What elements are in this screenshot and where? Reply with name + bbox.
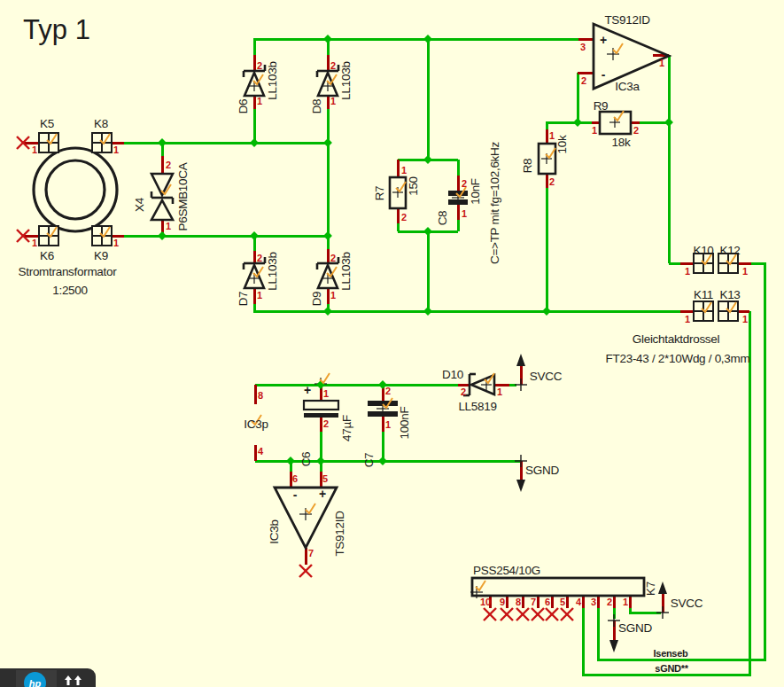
d6-value: LL103b [267,61,279,99]
r9-ref: R9 [594,100,609,113]
ic3a-pin2: 2 [581,76,586,86]
transformer-ratio: 1:2500 [52,285,88,297]
r8-value: 10k [556,136,569,154]
k7-pin6: 6 [545,597,550,607]
r9-pin1: 1 [592,126,597,136]
d8-value: LL103b [340,61,353,99]
resistor-r9 [600,112,631,134]
ic3b-value: TS912ID [334,511,346,556]
c8-pin1: 1 [462,209,467,219]
k7-pin1: 1 [623,597,628,607]
current-transformer [34,148,117,231]
k9-label: K9 [94,250,108,262]
d8-ref: D8 [311,99,323,114]
d6-pin1: 1 [257,97,262,106]
k5-label: K5 [40,118,54,130]
k10-label: K10 [693,245,713,257]
c6-value: 47µF [341,415,353,441]
d9-ref: D9 [311,292,323,307]
transformer-name: Stromtransformator [19,266,117,278]
ic3b-pin6: 6 [292,474,298,484]
c7-pin1: 1 [385,420,391,430]
taskbar: hp [0,668,96,687]
r7-ref: R7 [374,186,386,201]
r8-pin1: 1 [549,131,555,141]
k7-ref: K7 [645,582,657,596]
svcc1-label: SVCC [530,371,562,383]
resistor-r7 [390,177,406,208]
d7-pin1: 1 [257,291,262,301]
k5-pin1: 1 [32,145,37,155]
r7-value: 150 [408,176,420,196]
k6-label: K6 [40,250,54,262]
c7-ref: C7 [363,453,376,468]
k12-pin1: 1 [742,267,748,277]
x4-value: P6SMB10CA [177,163,190,231]
k7-pin4: 4 [576,597,581,607]
isenseb-label: Isenseb [654,649,688,659]
r9-value: 18k [612,137,631,149]
d10-ref: D10 [442,369,463,381]
k13-pin1: 1 [742,315,748,324]
k7-pin7: 7 [531,597,536,607]
k7-pin5: 5 [560,597,565,607]
choke-name: Gleichtaktdrossel [633,333,719,346]
d7-value: LL103b [267,252,279,290]
c6-pin2: 2 [323,419,329,429]
connector-k7 [472,578,644,596]
arrows-icon[interactable] [64,674,83,684]
tvs-x4 [151,174,173,220]
double-up-arrow-icon [64,675,83,686]
c6-plus-sign: + [304,384,311,396]
d10-pin2: 2 [461,387,466,397]
ic3b-pin7: 7 [308,549,314,558]
k7-pin8: 8 [516,597,521,607]
c6-pin1: 1 [323,389,329,399]
sgnd-star-label: sGND** [655,664,687,674]
r8-ref: R8 [522,159,534,174]
sgnd1-label: SGND [525,465,559,477]
k8-label: K8 [94,118,108,130]
ic3a-plus-sign: + [600,34,607,46]
c8-ref: C8 [437,211,449,226]
resistor-r8 [539,144,555,174]
x4-ref: X4 [134,198,146,212]
c8-pin2: 2 [462,179,467,189]
k8-pin1: 1 [113,145,119,155]
r7-pin2: 2 [401,213,407,222]
d10-value: LL5819 [458,401,496,413]
ic3b-plus-sign: + [319,488,326,500]
ic3b-minus-sign: - [293,488,297,501]
k7-pin9: 9 [500,597,505,607]
d9-pin1: 1 [330,291,336,301]
d7-ref: D7 [237,292,250,307]
ic3a-ref: IC3a [615,81,639,93]
k9-pin1: 1 [113,238,119,248]
ic3b-pin5: 5 [322,474,328,484]
r8-pin2: 2 [549,177,555,187]
sgnd2-label: SGND [618,622,652,635]
k7-pin2: 2 [607,597,612,607]
d8-pin2: 2 [330,61,336,71]
k7-pin10: 10 [480,597,491,607]
hp-logo-text: hp [29,678,41,687]
capacitor-c6 [304,401,338,418]
d10-pin1: 1 [497,387,502,397]
c7-pin2: 2 [385,386,391,396]
k7-pin3: 3 [591,597,596,607]
d8-pin1: 1 [330,97,336,106]
ic3a-pin3: 3 [580,43,586,52]
ic3p-pin4: 4 [258,447,263,457]
svcc2-label: SVCC [671,597,702,610]
title: Typ 1 [23,16,90,43]
terminal-boxes [39,133,738,321]
d9-value: LL103b [340,252,353,290]
k6-pin1: 1 [32,238,37,248]
ic3a-pin1: 1 [659,59,664,68]
k7-value: PSS254/10G [473,565,540,577]
ic3a-minus-sign: - [602,68,605,81]
r9-pin2: 2 [633,126,639,136]
k13-label: K13 [719,289,740,301]
c8-value: 10nF [470,178,482,205]
anchor-crosses [299,48,619,598]
